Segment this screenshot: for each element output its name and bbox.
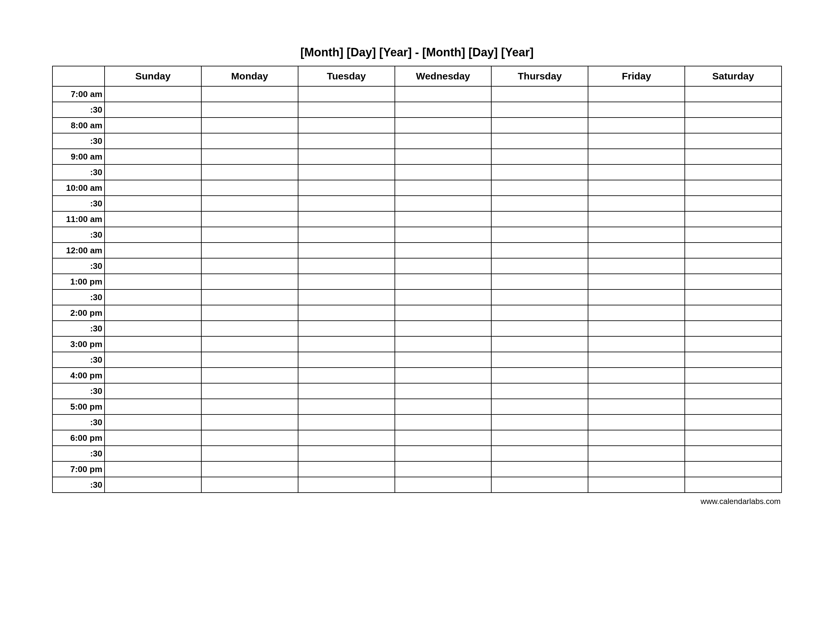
calendar-slot[interactable] bbox=[685, 258, 782, 274]
calendar-slot[interactable] bbox=[201, 133, 298, 149]
calendar-slot[interactable] bbox=[105, 430, 201, 446]
calendar-slot[interactable] bbox=[588, 274, 685, 289]
calendar-slot[interactable] bbox=[685, 430, 782, 446]
calendar-slot[interactable] bbox=[685, 133, 782, 149]
calendar-slot[interactable] bbox=[395, 477, 491, 492]
calendar-slot[interactable] bbox=[201, 289, 298, 305]
calendar-slot[interactable] bbox=[201, 336, 298, 352]
calendar-slot[interactable] bbox=[298, 446, 395, 462]
calendar-slot[interactable] bbox=[201, 118, 298, 133]
calendar-slot[interactable] bbox=[298, 133, 395, 149]
calendar-slot[interactable] bbox=[201, 305, 298, 321]
calendar-slot[interactable] bbox=[105, 211, 201, 227]
calendar-slot[interactable] bbox=[685, 274, 782, 289]
calendar-slot[interactable] bbox=[105, 242, 201, 258]
calendar-slot[interactable] bbox=[395, 415, 491, 430]
calendar-slot[interactable] bbox=[491, 86, 588, 102]
calendar-slot[interactable] bbox=[685, 415, 782, 430]
calendar-slot[interactable] bbox=[588, 180, 685, 196]
calendar-slot[interactable] bbox=[201, 165, 298, 180]
calendar-slot[interactable] bbox=[491, 399, 588, 415]
calendar-slot[interactable] bbox=[105, 321, 201, 336]
calendar-slot[interactable] bbox=[201, 477, 298, 492]
calendar-slot[interactable] bbox=[588, 289, 685, 305]
calendar-slot[interactable] bbox=[201, 462, 298, 477]
calendar-slot[interactable] bbox=[491, 477, 588, 492]
calendar-slot[interactable] bbox=[491, 258, 588, 274]
calendar-slot[interactable] bbox=[105, 180, 201, 196]
calendar-slot[interactable] bbox=[685, 477, 782, 492]
calendar-slot[interactable] bbox=[201, 227, 298, 242]
calendar-slot[interactable] bbox=[105, 196, 201, 211]
calendar-slot[interactable] bbox=[685, 227, 782, 242]
calendar-slot[interactable] bbox=[298, 227, 395, 242]
calendar-slot[interactable] bbox=[588, 352, 685, 368]
calendar-slot[interactable] bbox=[491, 352, 588, 368]
calendar-slot[interactable] bbox=[201, 446, 298, 462]
calendar-slot[interactable] bbox=[201, 149, 298, 165]
calendar-slot[interactable] bbox=[105, 383, 201, 399]
calendar-slot[interactable] bbox=[588, 383, 685, 399]
calendar-slot[interactable] bbox=[201, 102, 298, 118]
calendar-slot[interactable] bbox=[588, 149, 685, 165]
calendar-slot[interactable] bbox=[491, 227, 588, 242]
calendar-slot[interactable] bbox=[105, 274, 201, 289]
calendar-slot[interactable] bbox=[588, 118, 685, 133]
calendar-slot[interactable] bbox=[685, 211, 782, 227]
calendar-slot[interactable] bbox=[201, 258, 298, 274]
calendar-slot[interactable] bbox=[588, 415, 685, 430]
calendar-slot[interactable] bbox=[298, 462, 395, 477]
calendar-slot[interactable] bbox=[588, 242, 685, 258]
calendar-slot[interactable] bbox=[685, 321, 782, 336]
calendar-slot[interactable] bbox=[395, 446, 491, 462]
calendar-slot[interactable] bbox=[685, 242, 782, 258]
calendar-slot[interactable] bbox=[105, 305, 201, 321]
calendar-slot[interactable] bbox=[491, 289, 588, 305]
calendar-slot[interactable] bbox=[298, 86, 395, 102]
calendar-slot[interactable] bbox=[298, 274, 395, 289]
calendar-slot[interactable] bbox=[588, 477, 685, 492]
calendar-slot[interactable] bbox=[588, 133, 685, 149]
calendar-slot[interactable] bbox=[491, 180, 588, 196]
calendar-slot[interactable] bbox=[201, 321, 298, 336]
calendar-slot[interactable] bbox=[491, 305, 588, 321]
calendar-slot[interactable] bbox=[298, 415, 395, 430]
calendar-slot[interactable] bbox=[685, 368, 782, 383]
calendar-slot[interactable] bbox=[588, 430, 685, 446]
calendar-slot[interactable] bbox=[201, 274, 298, 289]
calendar-slot[interactable] bbox=[298, 196, 395, 211]
calendar-slot[interactable] bbox=[298, 118, 395, 133]
calendar-slot[interactable] bbox=[685, 180, 782, 196]
calendar-slot[interactable] bbox=[105, 477, 201, 492]
calendar-slot[interactable] bbox=[588, 258, 685, 274]
calendar-slot[interactable] bbox=[491, 196, 588, 211]
calendar-slot[interactable] bbox=[298, 336, 395, 352]
calendar-slot[interactable] bbox=[105, 258, 201, 274]
calendar-slot[interactable] bbox=[588, 211, 685, 227]
calendar-slot[interactable] bbox=[298, 383, 395, 399]
calendar-slot[interactable] bbox=[298, 165, 395, 180]
calendar-slot[interactable] bbox=[395, 196, 491, 211]
calendar-slot[interactable] bbox=[201, 352, 298, 368]
calendar-slot[interactable] bbox=[395, 242, 491, 258]
calendar-slot[interactable] bbox=[685, 383, 782, 399]
calendar-slot[interactable] bbox=[105, 227, 201, 242]
calendar-slot[interactable] bbox=[298, 477, 395, 492]
calendar-slot[interactable] bbox=[685, 118, 782, 133]
calendar-slot[interactable] bbox=[685, 336, 782, 352]
calendar-slot[interactable] bbox=[588, 102, 685, 118]
calendar-slot[interactable] bbox=[395, 399, 491, 415]
calendar-slot[interactable] bbox=[395, 102, 491, 118]
calendar-slot[interactable] bbox=[298, 352, 395, 368]
calendar-slot[interactable] bbox=[588, 462, 685, 477]
calendar-slot[interactable] bbox=[105, 415, 201, 430]
calendar-slot[interactable] bbox=[105, 446, 201, 462]
calendar-slot[interactable] bbox=[588, 446, 685, 462]
calendar-slot[interactable] bbox=[491, 430, 588, 446]
calendar-slot[interactable] bbox=[395, 383, 491, 399]
calendar-slot[interactable] bbox=[201, 368, 298, 383]
calendar-slot[interactable] bbox=[491, 383, 588, 399]
calendar-slot[interactable] bbox=[588, 227, 685, 242]
calendar-slot[interactable] bbox=[298, 305, 395, 321]
calendar-slot[interactable] bbox=[685, 165, 782, 180]
